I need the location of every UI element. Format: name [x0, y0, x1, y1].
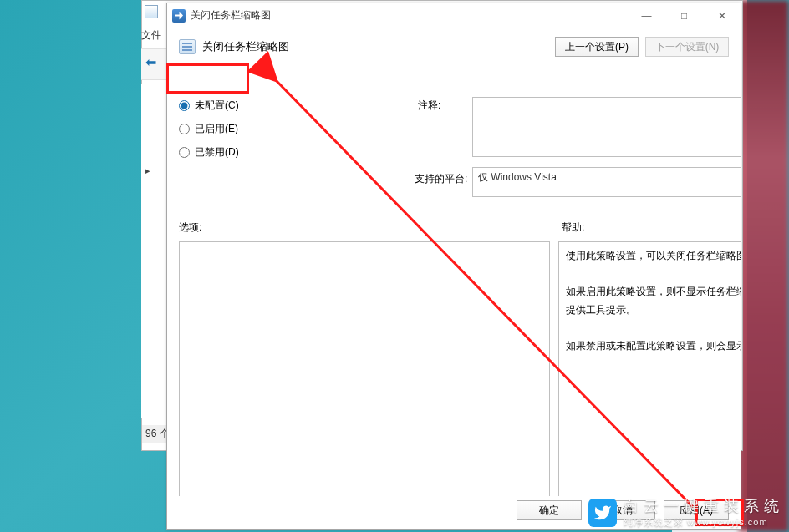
help-text-area: 使用此策略设置，可以关闭任务栏缩略图。 如果启用此策略设置，则不显示任务栏缩略图… [558, 241, 741, 496]
parent-tree-node-icon[interactable]: ▸ [145, 165, 150, 176]
radio-not-configured-input[interactable] [179, 100, 190, 111]
dialog-header-row: 关闭任务栏缩略图 上一个设置(P) 下一个设置(N) [179, 37, 729, 57]
minimize-button[interactable]: — [628, 4, 665, 28]
maximize-icon: □ [681, 10, 687, 22]
radio-enabled-label: 已启用(E) [195, 122, 238, 136]
prev-setting-button[interactable]: 上一个设置(P) [555, 37, 639, 57]
policy-name: 关闭任务栏缩略图 [202, 40, 289, 54]
radio-enabled[interactable]: 已启用(E) [179, 117, 396, 140]
background-decoration [739, 0, 789, 532]
watermark-title: 白云一键重装系统 [624, 496, 784, 516]
watermark-bird-icon [588, 499, 617, 527]
help-label: 帮助: [562, 220, 584, 235]
policy-icon [179, 39, 196, 54]
parent-window-icon [145, 5, 158, 18]
options-label: 选项: [179, 220, 201, 235]
radio-enabled-input[interactable] [179, 124, 190, 134]
comment-label: 注释: [418, 99, 440, 113]
maximize-button[interactable]: □ [665, 4, 703, 28]
close-button[interactable]: ✕ [703, 4, 741, 28]
ok-button[interactable]: 确定 [517, 500, 582, 520]
policy-dialog: 关闭任务栏缩略图 — □ ✕ 关闭任务栏缩略图 上一个设置(P) 下一个设置(N… [166, 3, 741, 530]
minimize-icon: — [642, 10, 652, 22]
dialog-titlebar[interactable]: 关闭任务栏缩略图 — □ ✕ [167, 3, 741, 28]
watermark: 白云一键重装系统 纯净系统之家 www.ycwyjs.com [588, 496, 784, 529]
next-setting-button: 下一个设置(N) [645, 37, 729, 57]
dialog-title-text: 关闭任务栏缩略图 [191, 8, 271, 23]
radio-not-configured[interactable]: 未配置(C) [179, 94, 396, 117]
radio-disabled-label: 已禁用(D) [195, 145, 239, 160]
dialog-body: 关闭任务栏缩略图 上一个设置(P) 下一个设置(N) 未配置(C) 已启用(E)… [167, 28, 741, 496]
radio-not-configured-label: 未配置(C) [195, 99, 239, 113]
comment-textarea[interactable] [472, 97, 741, 157]
supported-platform-value: 仅 Windows Vista [472, 167, 741, 197]
supported-platform-label: 支持的平台: [415, 172, 467, 186]
state-radio-group: 未配置(C) 已启用(E) 已禁用(D) [179, 94, 396, 164]
radio-disabled-input[interactable] [179, 147, 190, 158]
close-icon: ✕ [718, 10, 726, 22]
watermark-subtitle: 纯净系统之家 www.ycwyjs.com [624, 516, 784, 529]
radio-disabled[interactable]: 已禁用(D) [179, 140, 396, 164]
dialog-title-icon [172, 9, 186, 23]
back-arrow-icon[interactable]: ⬅ [145, 54, 156, 70]
options-area [179, 241, 550, 496]
